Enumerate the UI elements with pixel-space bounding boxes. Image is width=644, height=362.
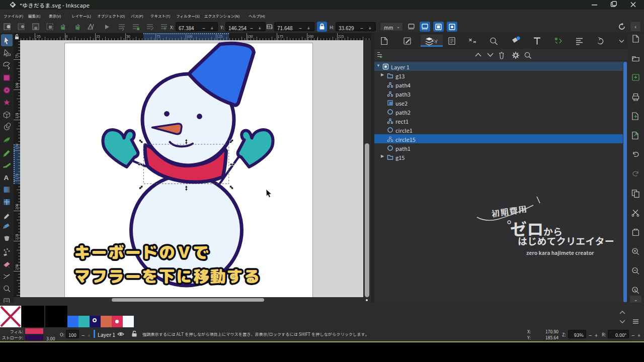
svg-text::: : [272, 26, 273, 30]
svg-text:A: A [4, 174, 9, 182]
svg-text:×: × [431, 38, 434, 43]
